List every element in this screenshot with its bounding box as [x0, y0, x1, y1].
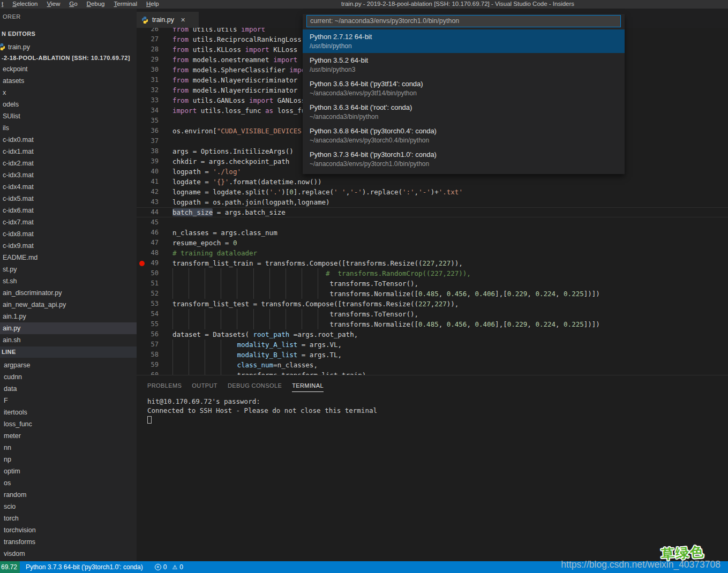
outline-item[interactable]: scio [0, 501, 137, 512]
gutter[interactable]: 53 [137, 299, 172, 309]
gutter[interactable]: 28 [137, 44, 172, 55]
tree-item[interactable]: eckpoint [0, 63, 137, 75]
panel-tab-terminal[interactable]: TERMINAL [292, 382, 324, 392]
tree-item[interactable]: ain.py [0, 322, 137, 334]
tree-item[interactable]: c-idx6.mat [0, 205, 137, 216]
code-line-53[interactable]: 53transform_list_test = transforms.Compo… [137, 299, 728, 309]
problems-status[interactable]: ✕ 0 ⚠ 0 [155, 563, 183, 571]
gutter[interactable]: 59 [137, 360, 172, 370]
outline-item[interactable]: loss_func [0, 418, 137, 430]
menu-help[interactable]: Help [146, 1, 159, 7]
outline-item[interactable]: data [0, 383, 137, 395]
gutter[interactable]: 39 [137, 156, 172, 167]
gutter[interactable]: 46 [137, 228, 172, 238]
outline-item[interactable]: torchvision [0, 524, 137, 536]
gutter[interactable]: 27 [137, 34, 172, 44]
menu-selection[interactable]: Selection [12, 1, 37, 7]
gutter[interactable]: 51 [137, 278, 172, 289]
gutter[interactable]: 50 [137, 268, 172, 278]
outline-item[interactable]: F [0, 395, 137, 406]
panel-tab-problems[interactable]: PROBLEMS [147, 382, 182, 391]
gutter[interactable]: 31 [137, 75, 172, 85]
menu-terminal[interactable]: Terminal [114, 1, 137, 7]
menu-t[interactable]: t [2, 1, 3, 7]
interpreter-option[interactable]: Python 3.7.3 64-bit ('py3torch1.0': cond… [303, 147, 625, 171]
gutter[interactable]: 47 [137, 238, 172, 248]
outline-item[interactable]: argparse [0, 359, 137, 371]
outline-item[interactable]: meter [0, 430, 137, 442]
code-line-58[interactable]: 58modality_B_list = args.TL, [137, 350, 728, 360]
tree-item[interactable]: c-idx3.mat [0, 169, 137, 181]
outline-item[interactable]: np [0, 454, 137, 465]
tree-item[interactable]: atasets [0, 75, 137, 87]
outline-item[interactable]: torch [0, 512, 137, 524]
code-line-45[interactable]: 45 [137, 217, 728, 228]
tree-item[interactable]: st.py [0, 263, 137, 275]
tab-train-py[interactable]: train.py ✕ [137, 12, 199, 28]
tree-item[interactable]: c-idx2.mat [0, 157, 137, 169]
gutter[interactable]: 37 [137, 136, 172, 146]
gutter[interactable]: 55 [137, 319, 172, 329]
tree-item[interactable]: c-idx1.mat [0, 146, 137, 157]
tree-item[interactable]: SUlist [0, 110, 137, 122]
tree-item[interactable]: ain.sh [0, 334, 137, 346]
outline-item[interactable]: os [0, 477, 137, 489]
gutter[interactable]: 56 [137, 329, 172, 340]
tree-item[interactable]: c-idx4.mat [0, 181, 137, 193]
tree-item[interactable]: ain_discriminator.py [0, 287, 137, 299]
folder-section-header[interactable]: -2-18-POOL-ABLATION [SSH: 10.170.69.72] [2, 55, 130, 61]
gutter[interactable]: 57 [137, 340, 172, 350]
gutter[interactable]: 48 [137, 248, 172, 258]
tab-close-icon[interactable]: ✕ [181, 17, 185, 24]
interpreter-option[interactable]: Python 3.6.3 64-bit ('py3tf14': conda)~/… [303, 77, 625, 100]
menu-go[interactable]: Go [69, 1, 77, 7]
outline-item[interactable]: optim [0, 465, 137, 477]
code-line-55[interactable]: 55transforms.Normalize([0.485, 0.456, 0.… [137, 319, 728, 329]
gutter[interactable]: 60 [137, 370, 172, 375]
code-line-57[interactable]: 57modality_A_list = args.VL, [137, 340, 728, 350]
outline-item[interactable]: visdom [0, 548, 137, 560]
outline-item[interactable]: cudnn [0, 371, 137, 383]
tree-item[interactable]: c-idx5.mat [0, 193, 137, 205]
breakpoint-icon[interactable] [139, 261, 145, 266]
remote-ssh-indicator[interactable]: 69.72 [0, 561, 20, 573]
gutter[interactable]: 38 [137, 146, 172, 156]
open-editors-header[interactable]: N EDITORS [2, 31, 35, 37]
gutter[interactable]: 35 [137, 116, 172, 126]
tree-item[interactable]: c-idx0.mat [0, 134, 137, 146]
code-line-47[interactable]: 47resume_epoch = 0 [137, 238, 728, 248]
code-line-42[interactable]: 42logname = logdate.split('.')[0].replac… [137, 187, 728, 197]
code-line-46[interactable]: 46n_classes = args.class_num [137, 228, 728, 238]
code-line-49[interactable]: 49transform_list_train = transforms.Comp… [137, 258, 728, 268]
code-line-56[interactable]: 56dataset = Datasets( root_path =args.ro… [137, 329, 728, 340]
gutter[interactable]: 42 [137, 187, 172, 197]
tree-item[interactable]: ain.1.py [0, 311, 137, 322]
gutter[interactable]: 32 [137, 85, 172, 95]
code-line-43[interactable]: 43logpath = os.path.join(logpath,logname… [137, 197, 728, 207]
outline-item[interactable]: itertools [0, 406, 137, 418]
gutter[interactable]: 40 [137, 167, 172, 177]
code-line-54[interactable]: 54transforms.ToTensor(), [137, 309, 728, 319]
gutter[interactable]: 52 [137, 289, 172, 299]
gutter[interactable]: 44 [137, 207, 172, 217]
outline-item[interactable]: nn [0, 442, 137, 454]
code-line-50[interactable]: 50# transforms.RandomCrop((227,227)), [137, 268, 728, 278]
menu-view[interactable]: View [47, 1, 61, 7]
open-editor-item[interactable]: train.py [0, 41, 137, 53]
interpreter-option[interactable]: Python 3.6.8 64-bit ('py3torch0.4': cond… [303, 124, 625, 147]
code-line-52[interactable]: 52transforms.Normalize([0.485, 0.456, 0.… [137, 289, 728, 299]
outline-header[interactable]: LINE [0, 346, 137, 358]
outline-item[interactable]: random [0, 489, 137, 501]
interpreter-option[interactable]: Python 3.5.2 64-bit/usr/bin/python3 [303, 53, 625, 77]
code-line-59[interactable]: 59class_num=n_classes, [137, 360, 728, 370]
tree-item[interactable]: ils [0, 122, 137, 134]
tree-item[interactable]: c-idx7.mat [0, 216, 137, 228]
tree-item[interactable]: odels [0, 99, 137, 110]
interpreter-option[interactable]: Python 2.7.12 64-bit/usr/bin/python [303, 29, 625, 53]
tree-item[interactable]: EADME.md [0, 252, 137, 263]
code-line-48[interactable]: 48# training dataloader [137, 248, 728, 258]
terminal-output[interactable]: hit@10.170.69.72's password:Connected to… [147, 397, 723, 559]
code-line-41[interactable]: 41logdate = '{}'.format(datetime.now()) [137, 177, 728, 187]
panel-tab-debug-console[interactable]: DEBUG CONSOLE [228, 382, 282, 391]
gutter[interactable]: 45 [137, 217, 172, 228]
